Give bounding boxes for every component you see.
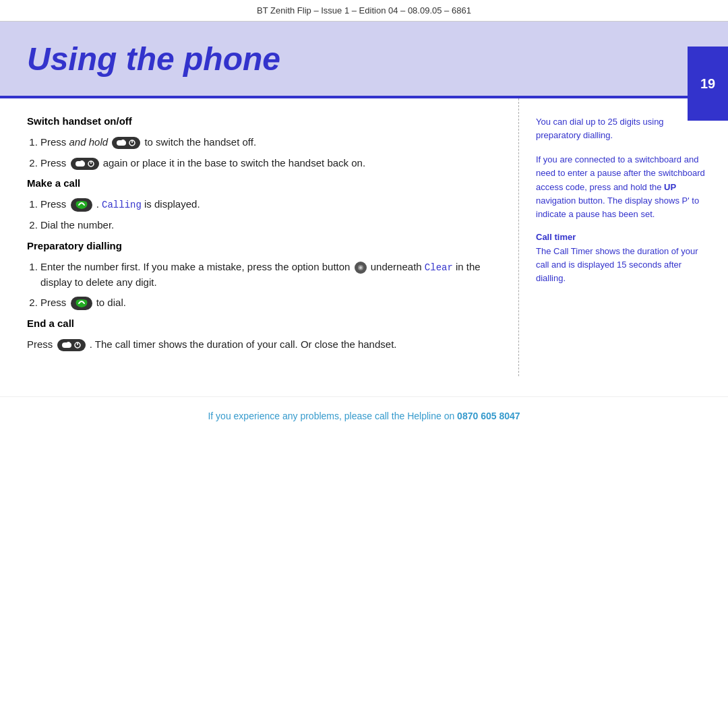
footer-phone: 0870 605 8047 — [457, 411, 520, 421]
title-section: Using the phone 19 — [0, 22, 728, 96]
right-note-2-up: UP — [664, 182, 676, 192]
list-item: Enter the number first. If you make a mi… — [40, 260, 491, 291]
phone-power-button-2 — [71, 158, 99, 170]
footer-text: If you experience any problems, please c… — [208, 411, 520, 421]
footer-plain: If you experience any problems, please c… — [208, 411, 457, 421]
right-note-1-text: You can dial up to 25 digits using prepa… — [536, 117, 664, 140]
section-title-end-call: End a call — [27, 318, 491, 329]
call-icon-svg-2 — [75, 299, 88, 308]
top-bar: BT Zenith Flip – Issue 1 – Edition 04 – … — [0, 0, 728, 22]
nav-circle-svg — [357, 264, 364, 271]
switch-handset-list: Press and hold to switch the handset off… — [27, 135, 491, 171]
left-column: Switch handset on/off Press and hold — [0, 98, 519, 376]
right-note-1: You can dial up to 25 digits using prepa… — [536, 115, 708, 142]
list-item: Dial the number. — [40, 218, 491, 233]
power-icon-svg — [128, 139, 136, 147]
right-column: You can dial up to 25 digits using prepa… — [519, 98, 728, 376]
section-title-switch: Switch handset on/off — [27, 115, 491, 127]
power-icon-svg-2 — [87, 160, 95, 168]
header-title: BT Zenith Flip – Issue 1 – Edition 04 – … — [257, 5, 471, 16]
call-timer-text: The Call Timer shows the duration of you… — [536, 245, 708, 285]
phone-icon-svg-2 — [75, 160, 86, 168]
section-prep-dialling: Preparatory dialling Enter the number fi… — [27, 240, 491, 311]
section-title-prep-dialling: Preparatory dialling — [27, 240, 491, 251]
section-title-make-call: Make a call — [27, 177, 491, 189]
main-content: Switch handset on/off Press and hold — [0, 98, 728, 376]
phone-power-button-1 — [112, 137, 140, 149]
option-button-icon — [355, 262, 367, 274]
section-switch-handset: Switch handset on/off Press and hold — [27, 115, 491, 171]
list-item: Press and hold to switch the handset off… — [40, 135, 491, 150]
prep-dialling-list: Enter the number first. If you make a mi… — [27, 260, 491, 311]
right-note-2: If you are connected to a switchboard an… — [536, 153, 708, 221]
phone-icon-svg — [116, 139, 127, 147]
make-call-list: Press . Calling is displayed. Dial the n… — [27, 197, 491, 233]
phone-power-button-3 — [57, 339, 86, 351]
list-item: Press again or place it in the base to s… — [40, 156, 491, 171]
call-icon-svg — [75, 200, 88, 210]
call-timer-label: Call timer — [536, 232, 708, 242]
phone-icon-svg-3 — [61, 341, 72, 349]
call-button-green-2 — [71, 297, 92, 310]
page-number: 19 — [688, 47, 728, 121]
svg-rect-5 — [80, 160, 84, 165]
right-note-2-text-before: If you are connected to a switchboard an… — [536, 154, 705, 191]
list-item: Press . Calling is displayed. — [40, 197, 491, 212]
list-item: Press to dial. — [40, 295, 491, 311]
calling-display: Calling — [102, 200, 142, 210]
footer: If you experience any problems, please c… — [0, 396, 728, 431]
page-title: Using the phone — [27, 40, 280, 78]
right-note-2-text-after: navigation button. The display shows P' … — [536, 196, 699, 219]
section-end-call: End a call Press . The call timer shows … — [27, 318, 491, 353]
svg-rect-1 — [121, 140, 125, 144]
clear-display: Clear — [425, 262, 453, 273]
power-icon-svg-3 — [73, 341, 82, 349]
call-button-green — [71, 198, 92, 212]
end-call-text: Press . The call timer shows the duratio… — [27, 337, 491, 353]
section-make-call: Make a call Press . Calling is displayed… — [27, 177, 491, 233]
svg-point-9 — [359, 266, 362, 269]
svg-rect-11 — [67, 342, 70, 347]
